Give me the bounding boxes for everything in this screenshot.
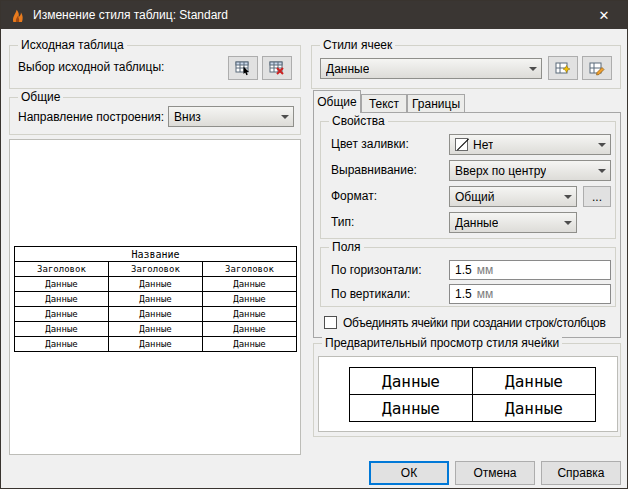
preview-data-cell: Данные [15, 292, 109, 307]
chevron-down-icon [559, 187, 576, 206]
preview-data-cell: Данные [15, 277, 109, 292]
tab-borders[interactable]: Границы [407, 94, 465, 112]
alignment-label: Выравнивание: [331, 163, 417, 177]
preview-data-cell: Данные [203, 292, 297, 307]
tab-general[interactable]: Общие [313, 90, 361, 113]
direction-value: Вниз [174, 110, 201, 124]
source-table-group: Исходная таблица Выбор исходной таблицы: [9, 45, 301, 89]
cell-preview-cell: Данные [350, 395, 473, 422]
preview-header-cell: Заголовок [15, 262, 109, 277]
properties-group-label: Свойства [329, 114, 388, 129]
ellipsis-icon: ... [592, 190, 602, 204]
source-table-group-label: Исходная таблица [18, 38, 127, 53]
no-fill-swatch-icon [455, 138, 468, 151]
cell-preview-cell: Данные [473, 368, 596, 395]
preview-header-cell: Заголовок [203, 262, 297, 277]
alignment-value: Вверх по центру [455, 164, 546, 178]
preview-data-cell: Данные [203, 337, 297, 352]
horizontal-margin-unit: мм [477, 263, 494, 277]
properties-group: Свойства Цвет заливки: Нет Выравнивание:… [320, 121, 616, 239]
type-combobox[interactable]: Данные [449, 212, 577, 233]
cell-preview-cell: Данные [473, 395, 596, 422]
edit-cell-style-icon [589, 60, 605, 76]
general-tab-panel: Свойства Цвет заливки: Нет Выравнивание:… [313, 112, 621, 338]
app-icon [9, 7, 26, 24]
chevron-down-icon [593, 161, 610, 180]
cell-styles-group-label: Стили ячеек [320, 38, 395, 53]
preview-data-cell: Данные [15, 337, 109, 352]
format-value: Общий [455, 190, 495, 204]
type-value: Данные [455, 216, 498, 230]
chevron-down-icon [593, 135, 610, 154]
cell-preview-group: Предварительный просмотр стиля ячейки Да… [313, 343, 621, 437]
preview-data-cell: Данные [109, 292, 203, 307]
select-table-icon [235, 60, 251, 76]
preview-data-cell: Данные [15, 307, 109, 322]
vertical-margin-value: 1.5 [455, 287, 472, 301]
select-source-table-button[interactable] [228, 56, 258, 80]
chevron-down-icon [559, 213, 576, 232]
edit-cell-style-button[interactable] [582, 56, 612, 80]
cell-preview-table: Данные Данные Данные Данные [349, 367, 596, 422]
horizontal-margin-value: 1.5 [455, 263, 472, 277]
preview-data-cell: Данные [109, 337, 203, 352]
horizontal-margin-input[interactable]: 1.5 мм [449, 260, 611, 280]
window-title: Изменение стиля таблиц: Standard [33, 8, 228, 22]
horizontal-margin-label: По горизонтали: [331, 263, 422, 277]
source-preview-table: Название Заголовок Заголовок Заголовок Д… [14, 246, 297, 352]
new-cell-style-button[interactable] [548, 56, 578, 80]
chevron-down-icon [276, 107, 293, 126]
select-source-table-label: Выбор исходной таблицы: [18, 60, 164, 74]
help-button[interactable]: Справка [541, 461, 621, 485]
preview-data-cell: Данные [203, 277, 297, 292]
cell-style-combobox[interactable]: Данные [320, 58, 542, 79]
table-style-dialog: Изменение стиля таблиц: Standard ✕ Исход… [0, 0, 628, 489]
cell-preview-area: Данные Данные Данные Данные [318, 356, 618, 432]
preview-data-cell: Данные [109, 307, 203, 322]
preview-data-cell: Данные [203, 307, 297, 322]
preview-data-cell: Данные [109, 322, 203, 337]
cell-preview-cell: Данные [350, 368, 473, 395]
preview-data-cell: Данные [15, 322, 109, 337]
fill-color-label: Цвет заливки: [331, 137, 409, 151]
close-button[interactable]: ✕ [581, 1, 627, 29]
merge-cells-checkbox[interactable] [324, 316, 337, 329]
direction-label: Направление построения: [18, 110, 164, 124]
margins-group: Поля По горизонтали: 1.5 мм По вертикали… [320, 247, 616, 307]
vertical-margin-label: По вертикали: [331, 287, 410, 301]
direction-combobox[interactable]: Вниз [168, 106, 294, 127]
margins-group-label: Поля [329, 240, 364, 255]
alignment-combobox[interactable]: Вверх по центру [449, 160, 611, 181]
cell-preview-group-label: Предварительный просмотр стиля ячейки [322, 336, 562, 351]
format-combobox[interactable]: Общий [449, 186, 577, 207]
cell-styles-group: Стили ячеек Данные [311, 45, 621, 89]
chevron-down-icon [524, 59, 541, 78]
tab-general-label: Общие [317, 95, 356, 109]
merge-cells-label[interactable]: Объединять ячейки при создании строк/сто… [343, 316, 606, 330]
table-preview-area: Название Заголовок Заголовок Заголовок Д… [9, 139, 301, 455]
general-group: Общие Направление построения: Вниз [9, 97, 301, 135]
ok-button[interactable]: ОК [369, 461, 449, 485]
tab-text-label: Текст [369, 97, 399, 111]
preview-data-cell: Данные [109, 277, 203, 292]
type-label: Тип: [331, 215, 354, 229]
preview-title-cell: Название [15, 247, 297, 262]
fill-color-value: Нет [473, 138, 493, 152]
format-label: Формат: [331, 189, 377, 203]
remove-table-icon [269, 60, 285, 76]
cancel-button[interactable]: Отмена [455, 461, 535, 485]
fill-color-combobox[interactable]: Нет [449, 134, 611, 155]
general-group-label: Общие [18, 90, 63, 105]
titlebar[interactable]: Изменение стиля таблиц: Standard ✕ [1, 1, 627, 29]
remove-source-table-button[interactable] [262, 56, 292, 80]
cell-style-value: Данные [326, 62, 369, 76]
tab-text[interactable]: Текст [361, 94, 407, 112]
preview-header-cell: Заголовок [109, 262, 203, 277]
vertical-margin-unit: мм [477, 287, 494, 301]
preview-data-cell: Данные [203, 322, 297, 337]
format-more-button[interactable]: ... [583, 186, 611, 207]
tab-borders-label: Границы [412, 97, 460, 111]
new-cell-style-icon [555, 60, 571, 76]
vertical-margin-input[interactable]: 1.5 мм [449, 284, 611, 304]
